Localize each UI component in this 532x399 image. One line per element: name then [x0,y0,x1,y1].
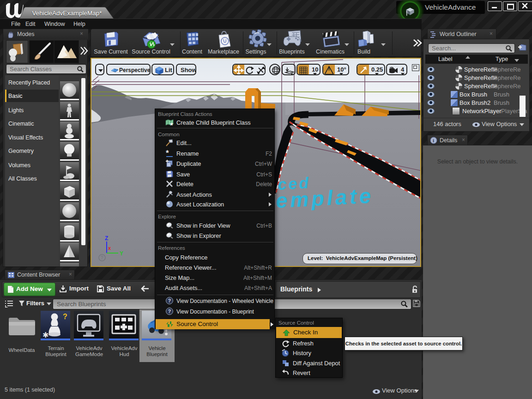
svg-text:★: ★ [169,121,174,126]
svg-text:?: ? [168,298,171,303]
svg-text:?: ? [63,313,67,320]
svg-text:x: x [108,245,111,251]
svg-text:?: ? [101,255,103,260]
svg-text:?: ? [168,308,171,314]
svg-text:Z: Z [105,235,108,242]
svg-text:Y: Y [120,250,123,257]
svg-text:i: i [433,138,434,143]
svg-text:✱: ✱ [42,331,48,339]
